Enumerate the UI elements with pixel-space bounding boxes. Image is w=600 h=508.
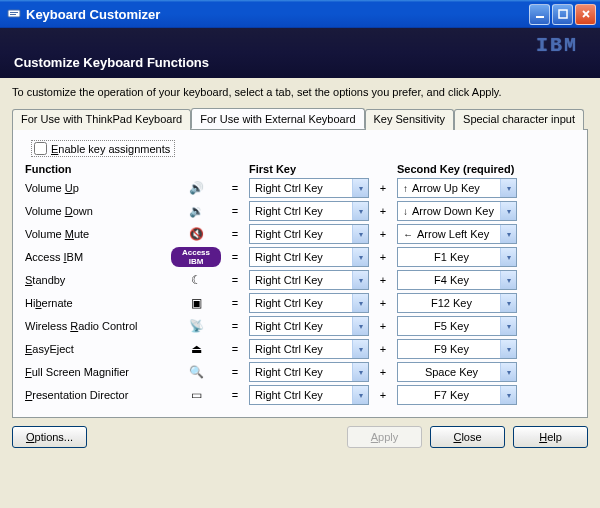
chevron-down-icon: ▾ xyxy=(500,179,516,197)
first-key-dropdown[interactable]: Right Ctrl Key▾ xyxy=(249,178,369,198)
chevron-down-icon: ▾ xyxy=(352,317,368,335)
chevron-down-icon: ▾ xyxy=(352,225,368,243)
first-key-dropdown[interactable]: Right Ctrl Key▾ xyxy=(249,316,369,336)
function-icon: 🔊 xyxy=(171,181,221,195)
access-ibm-pill-icon: Access IBM xyxy=(171,247,221,267)
function-grid: Function First Key Second Key (required)… xyxy=(25,163,575,405)
second-key-dropdown[interactable]: ↑Arrow Up Key▾ xyxy=(397,178,517,198)
first-key-dropdown[interactable]: Right Ctrl Key▾ xyxy=(249,293,369,313)
second-key-dropdown[interactable]: F7 Key▾ xyxy=(397,385,517,405)
function-icon: ▣ xyxy=(171,296,221,310)
second-key-dropdown[interactable]: F4 Key▾ xyxy=(397,270,517,290)
chevron-down-icon: ▾ xyxy=(352,340,368,358)
plus-sign: + xyxy=(375,389,391,401)
content: To customize the operation of your keybo… xyxy=(0,78,600,418)
equals-sign: = xyxy=(227,274,243,286)
tab-strip: For Use with ThinkPad KeyboardFor Use wi… xyxy=(12,108,588,129)
chevron-down-icon: ▾ xyxy=(500,386,516,404)
equals-sign: = xyxy=(227,389,243,401)
button-bar: Options... Apply Close Help xyxy=(0,418,600,456)
arrow-glyph-icon: ↓ xyxy=(403,206,408,217)
enable-key-assignments-group[interactable]: Enable key assignments xyxy=(31,140,175,157)
close-button[interactable] xyxy=(575,4,596,25)
tab-3[interactable]: Special character input xyxy=(454,109,584,130)
arrow-glyph-icon: ← xyxy=(403,229,413,240)
header: Customize Keyboard Functions IBM xyxy=(0,28,600,78)
col-second-key: Second Key (required) xyxy=(397,163,517,175)
first-key-dropdown[interactable]: Right Ctrl Key▾ xyxy=(249,224,369,244)
apply-button[interactable]: Apply xyxy=(347,426,422,448)
function-label: Full Screen Magnifier xyxy=(25,366,165,378)
function-label: Volume Down xyxy=(25,205,165,217)
second-key-dropdown[interactable]: ↓Arrow Down Key▾ xyxy=(397,201,517,221)
function-label: Hibernate xyxy=(25,297,165,309)
chevron-down-icon: ▾ xyxy=(352,248,368,266)
function-label: Presentation Director xyxy=(25,389,165,401)
chevron-down-icon: ▾ xyxy=(352,179,368,197)
equals-sign: = xyxy=(227,343,243,355)
tab-panel-external-keyboard: Enable key assignments Function First Ke… xyxy=(12,129,588,418)
chevron-down-icon: ▾ xyxy=(500,202,516,220)
plus-sign: + xyxy=(375,320,391,332)
plus-sign: + xyxy=(375,251,391,263)
function-icon: 🔇 xyxy=(171,227,221,241)
titlebar: Keyboard Customizer xyxy=(0,0,600,28)
enable-key-assignments-checkbox[interactable] xyxy=(34,142,47,155)
function-icon: 🔉 xyxy=(171,204,221,218)
chevron-down-icon: ▾ xyxy=(352,294,368,312)
help-button[interactable]: Help xyxy=(513,426,588,448)
tab-0[interactable]: For Use with ThinkPad Keyboard xyxy=(12,109,191,130)
first-key-dropdown[interactable]: Right Ctrl Key▾ xyxy=(249,339,369,359)
first-key-dropdown[interactable]: Right Ctrl Key▾ xyxy=(249,385,369,405)
second-key-dropdown[interactable]: Space Key▾ xyxy=(397,362,517,382)
chevron-down-icon: ▾ xyxy=(500,248,516,266)
svg-rect-3 xyxy=(536,16,544,18)
col-function: Function xyxy=(25,163,165,175)
window-title: Keyboard Customizer xyxy=(26,7,529,22)
function-icon: ▭ xyxy=(171,388,221,402)
first-key-dropdown[interactable]: Right Ctrl Key▾ xyxy=(249,247,369,267)
second-key-dropdown[interactable]: F9 Key▾ xyxy=(397,339,517,359)
function-icon: Access IBM xyxy=(171,247,221,267)
second-key-dropdown[interactable]: F1 Key▾ xyxy=(397,247,517,267)
close-button-dialog[interactable]: Close xyxy=(430,426,505,448)
second-key-dropdown[interactable]: F12 Key▾ xyxy=(397,293,517,313)
minimize-button[interactable] xyxy=(529,4,550,25)
instruction-text: To customize the operation of your keybo… xyxy=(12,86,588,98)
function-label: Volume Mute xyxy=(25,228,165,240)
equals-sign: = xyxy=(227,251,243,263)
maximize-button[interactable] xyxy=(552,4,573,25)
first-key-dropdown[interactable]: Right Ctrl Key▾ xyxy=(249,362,369,382)
svg-rect-1 xyxy=(10,12,18,13)
equals-sign: = xyxy=(227,320,243,332)
options-button[interactable]: Options... xyxy=(12,426,87,448)
chevron-down-icon: ▾ xyxy=(500,363,516,381)
function-icon: ☾ xyxy=(171,273,221,287)
second-key-dropdown[interactable]: F5 Key▾ xyxy=(397,316,517,336)
function-icon: 🔍 xyxy=(171,365,221,379)
header-title: Customize Keyboard Functions xyxy=(14,55,209,70)
first-key-dropdown[interactable]: Right Ctrl Key▾ xyxy=(249,270,369,290)
equals-sign: = xyxy=(227,228,243,240)
first-key-dropdown[interactable]: Right Ctrl Key▾ xyxy=(249,201,369,221)
window-buttons xyxy=(529,4,596,25)
plus-sign: + xyxy=(375,274,391,286)
svg-rect-0 xyxy=(8,10,20,17)
function-label: Standby xyxy=(25,274,165,286)
chevron-down-icon: ▾ xyxy=(352,363,368,381)
chevron-down-icon: ▾ xyxy=(500,225,516,243)
function-label: Access IBM xyxy=(25,251,165,263)
equals-sign: = xyxy=(227,205,243,217)
function-icon: ⏏ xyxy=(171,342,221,356)
chevron-down-icon: ▾ xyxy=(352,271,368,289)
second-key-dropdown[interactable]: ←Arrow Left Key▾ xyxy=(397,224,517,244)
app-icon xyxy=(6,6,22,22)
function-label: EasyEject xyxy=(25,343,165,355)
tab-2[interactable]: Key Sensitivity xyxy=(365,109,455,130)
plus-sign: + xyxy=(375,297,391,309)
ibm-logo: IBM xyxy=(536,34,578,57)
tab-1[interactable]: For Use with External Keyboard xyxy=(191,108,364,129)
function-label: Wireless Radio Control xyxy=(25,320,165,332)
plus-sign: + xyxy=(375,343,391,355)
plus-sign: + xyxy=(375,366,391,378)
